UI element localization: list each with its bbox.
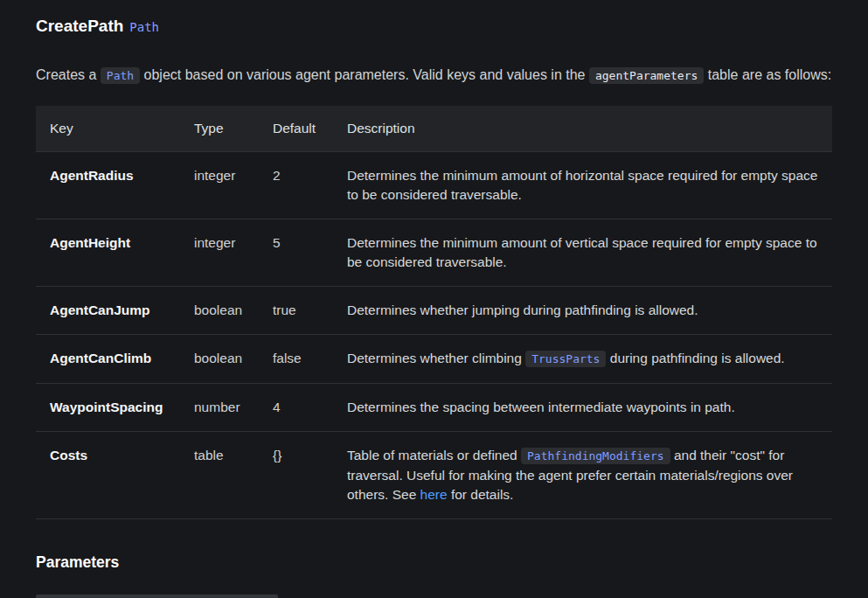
cell-default: 2 bbox=[259, 152, 333, 219]
cell-type: integer bbox=[180, 152, 259, 219]
cell-default: 4 bbox=[259, 384, 333, 432]
agent-parameters-table: KeyTypeDefaultDescription AgentRadiusint… bbox=[36, 106, 832, 519]
text-link[interactable]: here bbox=[420, 487, 448, 502]
code-link[interactable]: Path bbox=[101, 67, 140, 84]
cell-description: Table of materials or defined Pathfindin… bbox=[333, 432, 832, 519]
cell-type: boolean bbox=[180, 335, 259, 384]
table-header: KeyTypeDefaultDescription bbox=[36, 106, 832, 152]
cell-default: {} bbox=[259, 432, 333, 519]
cell-type: boolean bbox=[180, 287, 259, 335]
text-segment: Determines whether climbing bbox=[347, 351, 525, 365]
table-row: AgentCanClimbbooleanfalseDetermines whet… bbox=[36, 335, 832, 384]
column-header-default: Default bbox=[259, 106, 333, 152]
table-row: AgentHeightinteger5Determines the minimu… bbox=[36, 219, 832, 287]
code-link[interactable]: TrussParts bbox=[525, 351, 606, 367]
page-title: CreatePathPath bbox=[36, 0, 832, 38]
text-segment: Determines the spacing between intermedi… bbox=[347, 400, 735, 414]
cell-default: true bbox=[259, 287, 333, 335]
cell-key: AgentCanClimb bbox=[36, 335, 180, 384]
cell-type: table bbox=[180, 432, 259, 519]
text-segment: object based on various agent parameters… bbox=[140, 67, 589, 82]
text-segment: for details. bbox=[448, 487, 514, 502]
table-row: Coststable{}Table of materials or define… bbox=[36, 432, 832, 519]
text-segment: Creates a bbox=[36, 67, 101, 82]
column-header-type: Type bbox=[180, 106, 259, 152]
inline-code: agentParameters bbox=[589, 67, 704, 84]
table-row: AgentRadiusinteger2Determines the minimu… bbox=[36, 152, 832, 219]
intro-paragraph: Creates a Path object based on various a… bbox=[36, 64, 832, 87]
cell-key: Costs bbox=[36, 432, 180, 519]
column-header-key: Key bbox=[36, 106, 180, 152]
return-type-link[interactable]: Path bbox=[129, 20, 159, 34]
cell-description: Determines the minimum amount of vertica… bbox=[333, 219, 832, 287]
text-segment: Determines the minimum amount of horizon… bbox=[347, 168, 817, 202]
cell-default: false bbox=[259, 335, 333, 384]
code-link[interactable]: PathfindingModifiers bbox=[521, 448, 670, 464]
partial-next-section bbox=[36, 595, 278, 598]
table-row: AgentCanJumpbooleantrueDetermines whethe… bbox=[36, 287, 832, 335]
text-segment: Determines the minimum amount of vertica… bbox=[347, 235, 817, 269]
cell-key: AgentRadius bbox=[36, 152, 180, 219]
cell-description: Determines whether climbing TrussParts d… bbox=[333, 335, 832, 384]
cell-default: 5 bbox=[259, 219, 333, 287]
text-segment: Table of materials or defined bbox=[347, 448, 521, 462]
table-row: WaypointSpacingnumber4Determines the spa… bbox=[36, 384, 832, 432]
cell-description: Determines the minimum amount of horizon… bbox=[333, 152, 832, 219]
text-segment: during pathfinding is allowed. bbox=[606, 351, 784, 365]
text-segment: Determines whether jumping during pathfi… bbox=[347, 302, 698, 317]
cell-description: Determines whether jumping during pathfi… bbox=[333, 287, 832, 335]
table-header-row: KeyTypeDefaultDescription bbox=[36, 106, 832, 152]
cell-key: AgentCanJump bbox=[36, 287, 180, 335]
cell-type: number bbox=[180, 384, 259, 432]
cell-key: AgentHeight bbox=[36, 219, 180, 287]
column-header-description: Description bbox=[333, 106, 832, 152]
cell-key: WaypointSpacing bbox=[36, 384, 180, 432]
cell-type: integer bbox=[180, 219, 259, 287]
method-name: CreatePath bbox=[36, 17, 123, 35]
table-body: AgentRadiusinteger2Determines the minimu… bbox=[36, 152, 832, 519]
doc-page: CreatePathPath Creates a Path object bas… bbox=[0, 0, 868, 598]
parameters-heading: Parameters bbox=[36, 552, 832, 573]
text-segment: table are as follows: bbox=[704, 67, 831, 82]
cell-description: Determines the spacing between intermedi… bbox=[333, 384, 832, 432]
